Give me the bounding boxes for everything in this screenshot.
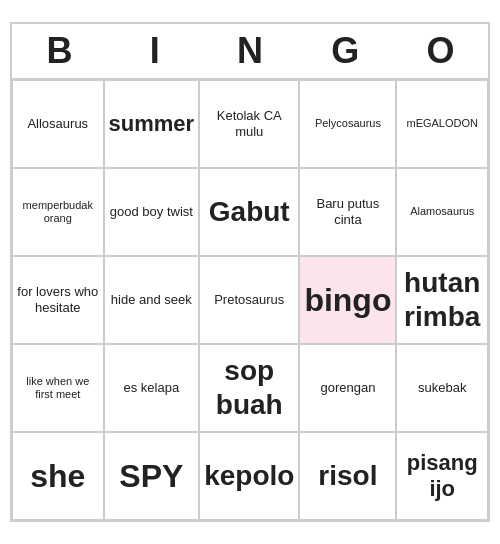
cell-text: Ketolak CA mulu xyxy=(204,108,294,139)
bingo-cell: Alamosaurus xyxy=(396,168,488,256)
cell-text: SPY xyxy=(119,457,183,495)
bingo-cell: SPY xyxy=(104,432,200,520)
cell-text: good boy twist xyxy=(110,204,193,220)
bingo-cell: memperbudak orang xyxy=(12,168,104,256)
cell-text: sop buah xyxy=(204,354,294,421)
bingo-cell: Gabut xyxy=(199,168,299,256)
cell-text: summer xyxy=(109,111,195,137)
cell-text: Baru putus cinta xyxy=(304,196,391,227)
bingo-cell: Pretosaurus xyxy=(199,256,299,344)
cell-text: Alamosaurus xyxy=(410,205,474,218)
bingo-cell: bingo xyxy=(299,256,396,344)
cell-text: mEGALODON xyxy=(406,117,478,130)
header-letter: G xyxy=(298,24,393,78)
cell-text: she xyxy=(30,457,85,495)
bingo-cell: good boy twist xyxy=(104,168,200,256)
cell-text: like when we first meet xyxy=(17,375,99,401)
bingo-cell: sop buah xyxy=(199,344,299,432)
header-letter: I xyxy=(107,24,202,78)
bingo-cell: Baru putus cinta xyxy=(299,168,396,256)
cell-text: Pelycosaurus xyxy=(315,117,381,130)
bingo-header: BINGO xyxy=(12,24,488,78)
bingo-cell: Ketolak CA mulu xyxy=(199,80,299,168)
cell-text: bingo xyxy=(304,281,391,319)
bingo-cell: Pelycosaurus xyxy=(299,80,396,168)
bingo-cell: pisang ijo xyxy=(396,432,488,520)
cell-text: Allosaurus xyxy=(27,116,88,132)
header-letter: O xyxy=(393,24,488,78)
bingo-cell: hide and seek xyxy=(104,256,200,344)
bingo-grid: AllosaurussummerKetolak CA muluPelycosau… xyxy=(12,78,488,520)
bingo-cell: like when we first meet xyxy=(12,344,104,432)
bingo-cell: hutan rimba xyxy=(396,256,488,344)
cell-text: Gabut xyxy=(209,195,290,229)
cell-text: sukebak xyxy=(418,380,466,396)
bingo-cell: for lovers who hesitate xyxy=(12,256,104,344)
header-letter: B xyxy=(12,24,107,78)
bingo-cell: kepolo xyxy=(199,432,299,520)
cell-text: hutan rimba xyxy=(401,266,483,333)
header-letter: N xyxy=(202,24,297,78)
cell-text: memperbudak orang xyxy=(17,199,99,225)
bingo-cell: es kelapa xyxy=(104,344,200,432)
bingo-cell: she xyxy=(12,432,104,520)
bingo-cell: Allosaurus xyxy=(12,80,104,168)
cell-text: gorengan xyxy=(320,380,375,396)
cell-text: Pretosaurus xyxy=(214,292,284,308)
bingo-cell: mEGALODON xyxy=(396,80,488,168)
cell-text: risol xyxy=(318,459,377,493)
bingo-cell: summer xyxy=(104,80,200,168)
cell-text: kepolo xyxy=(204,459,294,493)
cell-text: es kelapa xyxy=(124,380,180,396)
bingo-cell: sukebak xyxy=(396,344,488,432)
bingo-cell: gorengan xyxy=(299,344,396,432)
bingo-cell: risol xyxy=(299,432,396,520)
cell-text: for lovers who hesitate xyxy=(17,284,99,315)
cell-text: hide and seek xyxy=(111,292,192,308)
cell-text: pisang ijo xyxy=(401,450,483,503)
bingo-card: BINGO AllosaurussummerKetolak CA muluPel… xyxy=(10,22,490,522)
